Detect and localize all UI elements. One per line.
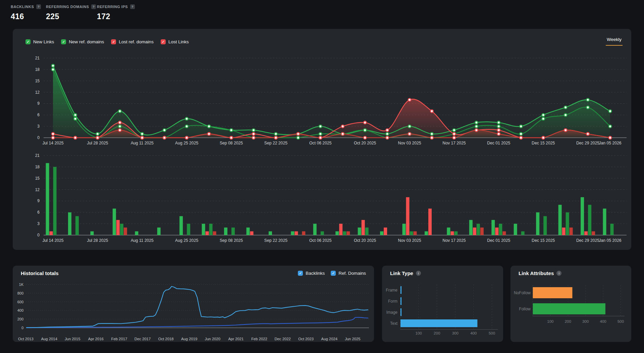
svg-text:Oct 20 2025: Oct 20 2025 <box>354 141 376 145</box>
weekly-charts-panel: ✓New Links✓New ref. domains✓Lost ref. do… <box>13 29 631 250</box>
svg-text:Dec 29 2025: Dec 29 2025 <box>576 141 599 145</box>
panel-title-text: Historical totals <box>21 270 59 276</box>
weekly-legend-item-1[interactable]: ✓New ref. domains <box>61 39 104 44</box>
svg-text:9: 9 <box>37 198 40 203</box>
historical-legend: ✓Backlinks✓Ref. Domains <box>298 271 366 276</box>
svg-text:3: 3 <box>37 221 40 226</box>
chart-legend: ✓New Links✓New ref. domains✓Lost ref. do… <box>25 39 189 44</box>
metric-value: 416 <box>11 12 41 21</box>
svg-text:Oct 2018: Oct 2018 <box>158 337 174 341</box>
svg-text:6: 6 <box>37 113 40 117</box>
svg-text:Jun 2025: Jun 2025 <box>345 337 360 341</box>
checkbox-checked-icon[interactable]: ✓ <box>161 39 166 44</box>
svg-text:Nov 17 2025: Nov 17 2025 <box>442 141 466 145</box>
metric-referring-domains-label-row: REFERRING DOMAINS ? <box>46 4 96 9</box>
metric-label: REFERRING IPS <box>97 5 128 9</box>
checkbox-checked-icon[interactable]: ✓ <box>298 271 303 276</box>
metric-value: 225 <box>46 12 96 21</box>
svg-text:200: 200 <box>17 317 23 321</box>
historical-legend-item-1[interactable]: ✓Ref. Domains <box>331 271 366 276</box>
svg-text:0: 0 <box>21 326 23 330</box>
svg-text:Oct 2013: Oct 2013 <box>18 337 34 341</box>
help-icon[interactable]: ? <box>130 4 135 9</box>
svg-text:Apr 2016: Apr 2016 <box>88 337 104 341</box>
weekly-line-and-bar-chart[interactable]: 036912151821Jul 14 2025Jul 28 2025Aug 11… <box>13 29 631 250</box>
checkbox-checked-icon[interactable]: ✓ <box>61 39 66 44</box>
weekly-legend-item-2[interactable]: ✓Lost ref. domains <box>111 39 154 44</box>
svg-text:600: 600 <box>17 300 23 304</box>
link-type-title: Link Type i <box>390 270 421 276</box>
svg-text:Sep 22 2025: Sep 22 2025 <box>264 141 287 145</box>
link-attributes-chart[interactable]: 100200300400500NoFollowFollow <box>511 266 631 342</box>
info-icon[interactable]: i <box>416 271 421 276</box>
svg-text:Apr 2021: Apr 2021 <box>228 337 244 341</box>
svg-text:21: 21 <box>35 56 40 60</box>
historical-legend-item-0[interactable]: ✓Backlinks <box>298 271 325 276</box>
svg-text:Dec 15 2025: Dec 15 2025 <box>532 238 555 243</box>
svg-text:Jul 28 2025: Jul 28 2025 <box>87 141 108 145</box>
svg-text:400: 400 <box>470 331 477 335</box>
svg-text:Aug 25 2025: Aug 25 2025 <box>175 238 198 243</box>
svg-text:Feb 2017: Feb 2017 <box>111 337 127 341</box>
svg-text:200: 200 <box>434 331 440 335</box>
metric-label: BACKLINKS <box>11 5 34 9</box>
svg-text:15: 15 <box>35 176 40 181</box>
info-icon[interactable]: i <box>556 271 561 276</box>
svg-text:Dec 29 2025: Dec 29 2025 <box>576 238 599 243</box>
help-icon[interactable]: ? <box>36 4 41 9</box>
svg-text:100: 100 <box>547 319 553 323</box>
help-icon[interactable]: ? <box>91 4 96 9</box>
historical-totals-title: Historical totals <box>21 270 59 276</box>
checkbox-checked-icon[interactable]: ✓ <box>111 39 116 44</box>
svg-text:Aug 11 2025: Aug 11 2025 <box>131 141 154 145</box>
metric-backlinks: BACKLINKS ? 416 <box>11 4 41 21</box>
legend-label: Ref. Domains <box>338 271 366 276</box>
svg-text:Oct 20 2025: Oct 20 2025 <box>354 238 376 243</box>
historical-totals-chart[interactable]: 02004006008001KOct 2013Aug 2014Jun 2015A… <box>13 266 374 342</box>
link-attributes-title: Link Attributes i <box>519 270 561 276</box>
tab-weekly[interactable]: Weekly <box>606 37 623 46</box>
metric-referring-domains: REFERRING DOMAINS ? 225 <box>46 4 96 21</box>
svg-text:Aug 2014: Aug 2014 <box>41 337 57 341</box>
svg-text:Dec 2017: Dec 2017 <box>135 337 151 341</box>
svg-text:Oct 06 2025: Oct 06 2025 <box>309 238 332 243</box>
weekly-legend-item-3[interactable]: ✓Lost Links <box>161 39 189 44</box>
legend-label: Lost Links <box>168 39 189 44</box>
checkbox-checked-icon[interactable]: ✓ <box>25 39 31 44</box>
svg-text:400: 400 <box>600 319 606 323</box>
svg-text:Nov 17 2025: Nov 17 2025 <box>442 238 466 243</box>
svg-text:100: 100 <box>416 331 422 335</box>
svg-text:500: 500 <box>489 331 495 335</box>
legend-label: Backlinks <box>306 271 325 276</box>
legend-label: Lost ref. domains <box>119 39 154 44</box>
svg-text:Sep 22 2025: Sep 22 2025 <box>264 238 287 243</box>
svg-text:Dec 01 2025: Dec 01 2025 <box>487 141 510 145</box>
svg-text:Jul 14 2025: Jul 14 2025 <box>42 141 63 145</box>
svg-text:Jun 2015: Jun 2015 <box>65 337 80 341</box>
link-type-chart[interactable]: 100200300400500FrameFormImageText <box>382 266 503 342</box>
legend-label: New ref. domains <box>69 39 104 44</box>
svg-text:Jan 05 2026: Jan 05 2026 <box>599 238 621 243</box>
svg-text:NoFollow: NoFollow <box>514 291 531 295</box>
svg-text:Follow: Follow <box>519 307 531 311</box>
svg-text:300: 300 <box>582 319 589 323</box>
svg-text:12: 12 <box>35 187 40 192</box>
svg-text:500: 500 <box>618 319 624 323</box>
svg-text:Oct 2023: Oct 2023 <box>298 337 314 341</box>
weekly-legend-item-0[interactable]: ✓New Links <box>25 39 54 44</box>
svg-text:200: 200 <box>565 319 571 323</box>
svg-text:Jul 14 2025: Jul 14 2025 <box>42 238 63 243</box>
svg-text:Image: Image <box>386 310 398 315</box>
checkbox-checked-icon[interactable]: ✓ <box>331 271 336 276</box>
svg-text:400: 400 <box>17 308 23 312</box>
metric-label: REFERRING DOMAINS <box>46 5 89 9</box>
svg-text:Aug 2019: Aug 2019 <box>181 337 197 341</box>
svg-text:Nov 03 2025: Nov 03 2025 <box>398 238 421 243</box>
svg-text:6: 6 <box>37 210 40 215</box>
svg-text:0: 0 <box>37 233 40 237</box>
svg-text:Dec 15 2025: Dec 15 2025 <box>532 141 555 145</box>
svg-text:Form: Form <box>388 299 397 304</box>
svg-text:Jan 05 2026: Jan 05 2026 <box>599 141 621 145</box>
metric-value: 172 <box>97 12 135 21</box>
svg-text:Dec 01 2025: Dec 01 2025 <box>487 238 510 243</box>
